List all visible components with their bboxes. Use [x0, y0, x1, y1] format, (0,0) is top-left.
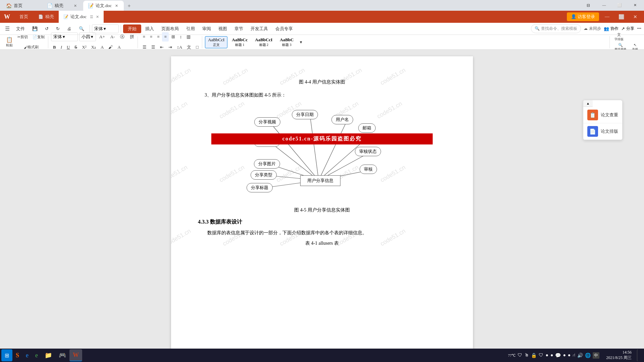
- temp-icon: 77℃: [508, 353, 516, 358]
- tab-straw-title: 稿壳: [55, 3, 70, 9]
- volume-icon[interactable]: 🔊: [577, 353, 583, 358]
- style-h3-preview: AaBbC: [280, 37, 293, 42]
- font-dropdown-icon2: ▾: [63, 34, 65, 40]
- font-size-up-btn[interactable]: A+: [97, 32, 107, 42]
- style-group: AaBbCcI 正文 AaBbCc 标题 1 AaBbCcI 标题 2 AaBb…: [204, 36, 610, 48]
- menu-undo[interactable]: ↺: [42, 25, 52, 33]
- menu-devtools[interactable]: 开发工具: [247, 24, 271, 33]
- clear-format-btn[interactable]: Ⓐ: [118, 32, 126, 42]
- tab-straw-close[interactable]: ✕: [72, 3, 78, 8]
- find-icon: 🔍: [618, 43, 623, 47]
- wps-close-btn[interactable]: ✕: [629, 11, 641, 23]
- taskbar-explorer[interactable]: 📁: [41, 349, 55, 361]
- vpn-icon[interactable]: 🔒: [531, 353, 537, 358]
- taskbar-game[interactable]: 🎮: [55, 349, 69, 361]
- wechat-icon[interactable]: 💬: [555, 353, 561, 358]
- mouse-icon[interactable]: 🖱: [524, 353, 529, 358]
- wps-tab-straw[interactable]: 📄 稿壳: [34, 11, 59, 23]
- tab-doc-close[interactable]: ✕: [114, 3, 119, 8]
- font-family-selector[interactable]: 宋体 ▾: [51, 33, 78, 41]
- line-spacing-btn[interactable]: ↕: [178, 32, 184, 42]
- wps-restore-btn[interactable]: ⬜: [615, 11, 627, 23]
- app5-icon[interactable]: ●: [568, 353, 571, 358]
- document-area[interactable]: code51.cn code51.cn code51.cn code51.cn …: [0, 50, 644, 362]
- node-share-date: 分享日期: [292, 110, 318, 119]
- font-size-down-btn[interactable]: A-: [108, 32, 117, 42]
- style-h2-preview: AaBbCcI: [255, 37, 272, 42]
- menu-start-btn[interactable]: 开始: [123, 24, 141, 33]
- show-desktop-btn[interactable]: [637, 349, 643, 361]
- pinyin-btn[interactable]: 拼: [128, 32, 136, 42]
- doc-tab-close[interactable]: ✕: [96, 15, 99, 19]
- para-shading-btn[interactable]: ▥: [184, 32, 193, 42]
- menu-insert[interactable]: 插入: [142, 24, 157, 33]
- start-button[interactable]: ⊞: [1, 349, 12, 361]
- close-button[interactable]: ✕: [627, 0, 643, 10]
- paste-btn[interactable]: 📋 粘贴: [4, 38, 15, 47]
- new-tab-button[interactable]: +: [124, 1, 134, 11]
- doc-tab-pin[interactable]: ☰: [90, 15, 93, 19]
- style-h3[interactable]: AaBbC 标题 3: [277, 36, 297, 48]
- style-normal[interactable]: AaBbCcI 正文: [205, 36, 227, 48]
- network-icon[interactable]: 🌐: [585, 353, 591, 358]
- menu-reference[interactable]: 引用: [183, 24, 198, 33]
- wps-tab-home[interactable]: 首页: [14, 11, 34, 23]
- collaborate-icon: 👥: [604, 26, 609, 32]
- taskbar-browser1[interactable]: S: [12, 349, 22, 361]
- font-selector[interactable]: 宋体 ▾: [92, 24, 119, 33]
- menu-print[interactable]: 🖨: [64, 25, 75, 33]
- more-btn[interactable]: •••: [637, 26, 641, 31]
- tab-doc[interactable]: 📝 论文.doc ✕: [83, 1, 124, 11]
- search-command-input[interactable]: 🔍 查找命令、搜索模板: [531, 24, 581, 33]
- sidebar-up-btn[interactable]: ▲: [583, 100, 593, 107]
- visitor-login-button[interactable]: 👤 访客登录: [567, 12, 599, 21]
- taskbar-wps[interactable]: W: [69, 349, 82, 361]
- column-btn[interactable]: ⊞: [169, 32, 177, 42]
- menu-file[interactable]: 文件: [13, 24, 28, 33]
- divider: [90, 25, 90, 33]
- wps-tab-doc[interactable]: 📝 论文.doc ☰ ✕: [59, 11, 104, 23]
- style-h2[interactable]: AaBbCcI 标题 2: [252, 36, 275, 48]
- menu-view[interactable]: 视图: [215, 24, 230, 33]
- app3-icon[interactable]: ●: [550, 353, 553, 358]
- tab-home[interactable]: 🏠 首页: [1, 1, 42, 11]
- maximize-button[interactable]: ⬜: [612, 0, 627, 10]
- menu-redo[interactable]: ↻: [53, 25, 63, 33]
- menu-chapter[interactable]: 章节: [231, 24, 247, 33]
- style-h1[interactable]: AaBbCc 标题 1: [229, 36, 251, 48]
- security-icon[interactable]: 🛡: [539, 353, 543, 358]
- style-more-btn[interactable]: ▾: [298, 38, 304, 47]
- minimize-button[interactable]: —: [596, 0, 612, 10]
- copy-btn[interactable]: 📄 复制: [31, 33, 47, 42]
- ime-label[interactable]: 中: [593, 352, 599, 359]
- cut-btn[interactable]: ✂ 剪切: [15, 33, 30, 42]
- menu-layout[interactable]: 页面布局: [158, 24, 182, 33]
- sidebar-paper-format[interactable]: 📄 论文排版: [583, 123, 622, 140]
- app4-icon[interactable]: ●: [563, 353, 566, 358]
- watermark-1: code51.cn: [171, 67, 192, 87]
- taskbar-browser3[interactable]: e: [32, 349, 41, 361]
- paste-group: 📋 粘贴 ✂ 剪切 📄 复制 🖌: [3, 36, 48, 48]
- align-center-btn[interactable]: ≡: [148, 32, 154, 42]
- menu-save[interactable]: 💾: [29, 25, 41, 33]
- align-right-btn[interactable]: ≡: [155, 32, 161, 42]
- main-content-area: code51.cn code51.cn code51.cn code51.cn …: [0, 50, 644, 362]
- bluetooth-icon[interactable]: ⑁: [573, 353, 575, 358]
- taskbar-ie[interactable]: e: [22, 349, 32, 361]
- wps-minimize-btn[interactable]: —: [601, 11, 613, 23]
- collaborate-btn[interactable]: 👥 协作: [604, 26, 619, 32]
- sidebar-paper-check[interactable]: 📋 论文查重: [583, 107, 622, 123]
- align-justify-btn[interactable]: ≡: [162, 32, 168, 42]
- share-btn[interactable]: ↗ 分享: [621, 26, 634, 32]
- align-left-btn[interactable]: ≡: [141, 32, 147, 42]
- menu-toggle-btn[interactable]: ☰: [3, 24, 12, 34]
- menu-review[interactable]: 审阅: [199, 24, 214, 33]
- menu-member[interactable]: 会员专享: [272, 24, 296, 33]
- tab-straw[interactable]: 📄 稿壳 ✕: [42, 1, 83, 11]
- font-size-selector[interactable]: 小四 ▾: [79, 33, 96, 41]
- char-format-btn[interactable]: 文 字排版: [612, 32, 626, 42]
- menu-search[interactable]: 🔍: [75, 25, 88, 33]
- app2-icon[interactable]: ●: [545, 353, 548, 358]
- antivirus-icon[interactable]: 🛡: [518, 353, 522, 358]
- tab-grid-button[interactable]: ⊟: [584, 1, 593, 10]
